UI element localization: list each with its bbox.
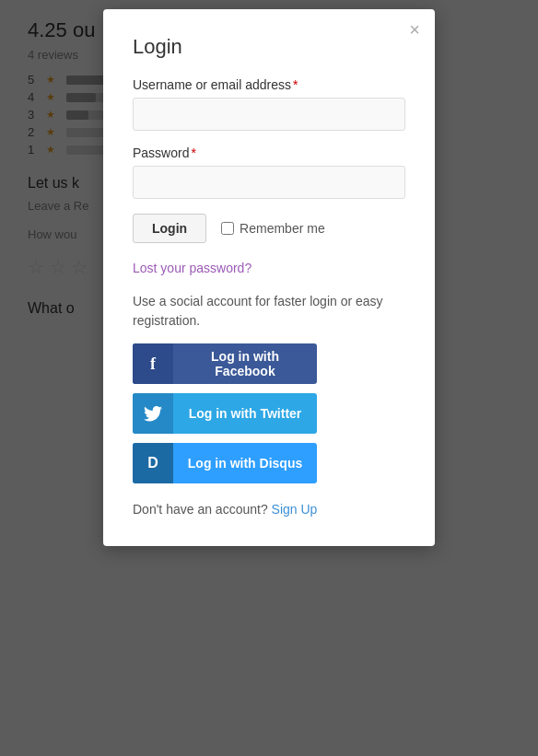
facebook-icon: f [133, 343, 173, 384]
username-input[interactable] [133, 98, 405, 131]
twitter-icon [133, 393, 173, 434]
facebook-login-button[interactable]: f Log in with Facebook [133, 343, 317, 384]
twitter-login-button[interactable]: Log in with Twitter [133, 393, 317, 434]
remember-checkbox[interactable] [221, 222, 234, 235]
disqus-login-button[interactable]: D Log in with Disqus [133, 443, 317, 483]
social-description: Use a social account for faster login or… [133, 292, 405, 331]
remember-me-label[interactable]: Remember me [221, 221, 325, 236]
password-label: Password* [133, 145, 405, 160]
no-account-text: Don't have an account? [133, 502, 268, 517]
disqus-icon: D [133, 443, 173, 483]
login-button[interactable]: Login [133, 214, 206, 243]
lost-password-link[interactable]: Lost your password? [133, 261, 251, 275]
twitter-button-label: Log in with Twitter [173, 406, 317, 421]
modal-title: Login [133, 35, 405, 59]
login-modal: × Login Username or email address* Passw… [103, 9, 435, 546]
facebook-button-label: Log in with Facebook [173, 349, 317, 378]
signup-row: Don't have an account? Sign Up [133, 502, 405, 517]
username-label: Username or email address* [133, 77, 405, 92]
password-input[interactable] [133, 166, 405, 199]
disqus-button-label: Log in with Disqus [173, 456, 317, 471]
close-button[interactable]: × [409, 20, 420, 39]
remember-text: Remember me [240, 221, 325, 236]
signup-link[interactable]: Sign Up [272, 502, 318, 517]
modal-overlay: × Login Username or email address* Passw… [0, 0, 538, 756]
login-action-row: Login Remember me [133, 214, 405, 243]
